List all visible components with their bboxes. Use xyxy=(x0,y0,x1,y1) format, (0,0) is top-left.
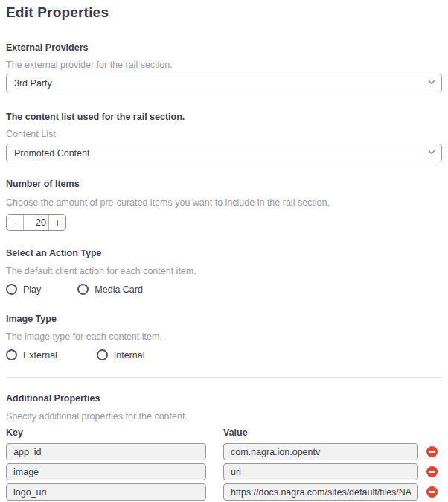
section-divider xyxy=(6,377,442,378)
table-row xyxy=(6,463,442,480)
radio-option-external[interactable]: External xyxy=(6,349,57,360)
remove-property-icon[interactable] xyxy=(426,466,438,477)
property-value-input[interactable] xyxy=(223,463,418,480)
additional-properties-label: Additional Properties xyxy=(6,393,442,404)
content-list-heading: The content list used for the rail secti… xyxy=(6,112,442,122)
key-value-headers: Key Value xyxy=(6,428,442,438)
external-providers-description: The external provider for the rail secti… xyxy=(6,60,442,70)
content-list-select[interactable]: Promoted Content xyxy=(6,144,442,162)
property-value-input[interactable] xyxy=(223,443,418,460)
value-column-header: Value xyxy=(223,428,418,438)
image-type-label: Image Type xyxy=(6,314,442,324)
image-type-description: The image type for each content item. xyxy=(6,331,442,342)
property-value-input[interactable] xyxy=(223,483,418,501)
table-row xyxy=(6,443,442,460)
radio-label: Media Card xyxy=(95,285,143,295)
radio-option-internal[interactable]: Internal xyxy=(97,349,145,360)
property-key-input[interactable] xyxy=(6,463,206,480)
image-type-radio-group: External Internal xyxy=(6,349,442,360)
external-radio[interactable] xyxy=(6,349,17,360)
radio-label: Internal xyxy=(114,350,145,360)
property-key-input[interactable] xyxy=(6,483,206,501)
decrement-button[interactable]: − xyxy=(7,215,24,230)
number-of-items-label: Number of Items xyxy=(6,179,442,189)
external-provider-select[interactable]: 3rd Party xyxy=(6,74,442,92)
action-type-description: The default client action for each conte… xyxy=(6,266,442,276)
radio-option-media-card[interactable]: Media Card xyxy=(77,284,143,295)
additional-properties-description: Specify additional properties for the co… xyxy=(6,411,442,422)
property-key-input[interactable] xyxy=(6,443,206,460)
number-of-items-description: Choose the amount of pre-curated items y… xyxy=(6,197,442,208)
table-row xyxy=(6,483,442,501)
edit-properties-panel: Edit Properties External Providers The e… xyxy=(0,0,448,502)
action-type-label: Select an Action Type xyxy=(6,248,442,258)
page-title: Edit Properties xyxy=(6,4,442,21)
radio-label: Play xyxy=(23,285,41,295)
media-card-radio[interactable] xyxy=(77,284,89,295)
action-type-radio-group: Play Media Card xyxy=(6,284,442,295)
quantity-input[interactable] xyxy=(24,215,48,230)
content-list-label: Content List xyxy=(6,129,442,139)
increment-button[interactable]: + xyxy=(48,215,65,230)
play-radio[interactable] xyxy=(6,284,17,295)
internal-radio[interactable] xyxy=(97,349,108,360)
quantity-stepper: − + xyxy=(6,214,66,231)
radio-option-play[interactable]: Play xyxy=(6,284,41,295)
key-column-header: Key xyxy=(6,428,206,438)
external-providers-label: External Providers xyxy=(6,42,442,53)
remove-property-icon[interactable] xyxy=(426,486,438,498)
remove-property-icon[interactable] xyxy=(426,446,438,457)
radio-label: External xyxy=(23,350,57,360)
